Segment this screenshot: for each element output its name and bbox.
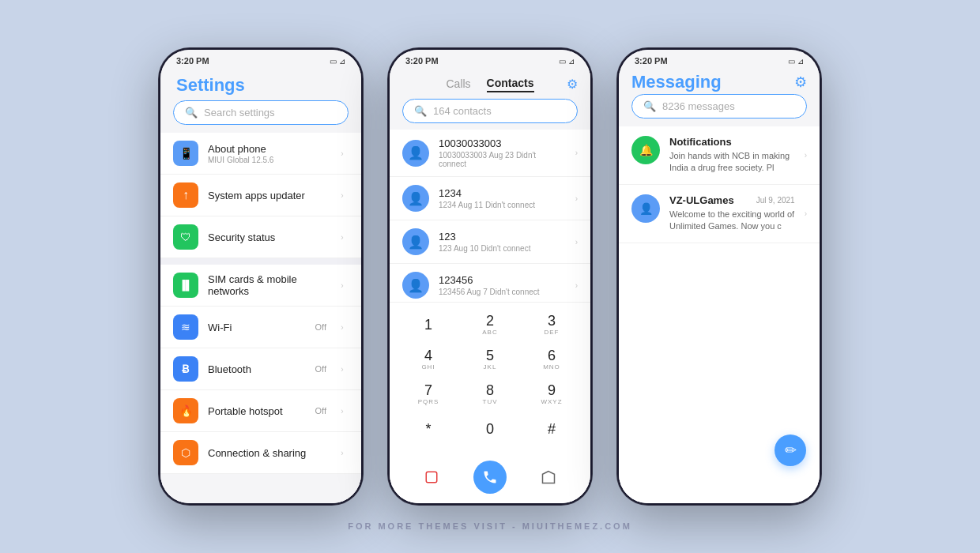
system-icon: ↑: [173, 182, 198, 208]
settings-search-bar[interactable]: 🔍 Search settings: [173, 100, 349, 125]
message-time-2: Jul 9, 2021: [756, 196, 795, 205]
hotspot-icon: 🔥: [173, 398, 198, 423]
key-hash[interactable]: #: [530, 413, 574, 445]
wifi-title: Wi-Fi: [208, 322, 306, 333]
battery-icon: ▭: [330, 57, 337, 66]
message-chevron-1: ›: [805, 151, 807, 160]
status-bar-2: 3:20 PM ▭ ⊿: [390, 50, 590, 69]
key-9[interactable]: 9WXYZ: [530, 378, 574, 410]
svg-marker-1: [542, 472, 554, 483]
contact-info-3: 123 123 Aug 10 Didn't connect: [439, 231, 566, 253]
key-1[interactable]: 1: [407, 309, 450, 340]
dialpad-row-3: 7PQRS 8TUV 9WXYZ: [398, 378, 582, 410]
contact-name-3: 123: [439, 231, 566, 243]
connection-title: Connection & sharing: [208, 447, 326, 459]
security-chevron: ›: [336, 231, 349, 243]
settings-item-system[interactable]: ↑ System apps updater ›: [160, 175, 361, 216]
watermark: FOR MORE THEMES VISIT - MIUITHEMEZ.COM: [0, 521, 980, 531]
message-item-2[interactable]: 👤 VZ-ULGames Jul 9, 2021 Welcome to the …: [619, 185, 820, 243]
bluetooth-value: Off: [315, 364, 326, 374]
nav-back-button[interactable]: [420, 466, 443, 488]
settings-title: Settings: [160, 69, 361, 100]
dialpad-row-2: 4GHI 5JKL 6MNO: [398, 344, 582, 375]
dialpad-row-1: 1 2ABC 3DEF: [398, 309, 582, 340]
sim-title: SIM cards & mobile networks: [208, 273, 326, 297]
key-0[interactable]: 0: [469, 413, 512, 445]
settings-item-connection[interactable]: ⬡ Connection & sharing ›: [160, 432, 361, 474]
settings-item-bluetooth[interactable]: Ƀ Bluetooth Off ›: [160, 348, 361, 390]
svg-rect-0: [427, 472, 438, 483]
system-chevron: ›: [336, 189, 349, 201]
contact-item-2[interactable]: 👤 1234 1234 Aug 11 Didn't connect ›: [390, 177, 590, 220]
about-chevron: ›: [336, 147, 349, 160]
key-7[interactable]: 7PQRS: [407, 378, 450, 410]
message-chevron-2: ›: [805, 209, 807, 218]
sim-chevron: ›: [336, 279, 349, 292]
settings-item-sim[interactable]: ▐▌ SIM cards & mobile networks ›: [160, 265, 361, 307]
message-sender-1: Notifications: [669, 136, 732, 148]
contact-info-4: 123456 123456 Aug 7 Didn't connect: [439, 274, 566, 296]
contact-item-3[interactable]: 👤 123 123 Aug 10 Didn't connect ›: [390, 220, 590, 264]
bluetooth-title: Bluetooth: [208, 363, 306, 375]
bluetooth-chevron: ›: [336, 363, 349, 375]
contact-chevron-1: ›: [575, 149, 578, 157]
messaging-search-bar[interactable]: 🔍 8236 messages: [631, 94, 807, 118]
key-5[interactable]: 5JKL: [469, 344, 512, 375]
contacts-gear-icon[interactable]: ⚙: [567, 77, 578, 92]
message-top-2: VZ-ULGames Jul 9, 2021: [669, 194, 795, 206]
messaging-gear-icon[interactable]: ⚙: [794, 73, 807, 91]
message-content-2: VZ-ULGames Jul 9, 2021 Welcome to the ex…: [669, 194, 795, 233]
security-icon: 🛡: [173, 224, 198, 250]
contact-avatar-3: 👤: [402, 228, 429, 255]
message-preview-1: Join hands with NCB in making India a dr…: [669, 150, 795, 175]
wifi-chevron: ›: [336, 321, 349, 333]
message-preview-2: Welcome to the exciting world of Unlimit…: [669, 209, 795, 233]
messaging-title: Messaging: [631, 72, 722, 92]
contact-info-2: 1234 1234 Aug 11 Didn't connect: [439, 187, 566, 209]
status-bar-3: 3:20 PM ▭ ⊿: [619, 50, 820, 69]
compose-fab-button[interactable]: ✏: [775, 434, 806, 466]
tab-contacts[interactable]: Contacts: [487, 75, 534, 92]
signal-icon: ⊿: [339, 57, 345, 66]
key-8[interactable]: 8TUV: [469, 378, 512, 410]
tabs-bar: Calls Contacts ⚙: [390, 69, 590, 96]
bluetooth-icon: Ƀ: [173, 356, 198, 382]
message-avatar-2: 👤: [631, 194, 660, 223]
settings-item-security[interactable]: 🛡 Security status ›: [160, 216, 361, 258]
contacts-search-icon: 🔍: [414, 105, 427, 117]
hotspot-text: Portable hotspot: [208, 405, 306, 417]
security-title: Security status: [208, 231, 326, 243]
key-6[interactable]: 6MNO: [530, 344, 574, 375]
divider-1: [160, 258, 361, 265]
contact-avatar-4: 👤: [402, 272, 429, 299]
sim-text: SIM cards & mobile networks: [208, 273, 326, 297]
nav-call-button[interactable]: [473, 461, 507, 494]
hotspot-chevron: ›: [336, 404, 349, 417]
search-placeholder: Search settings: [204, 107, 275, 118]
status-bar-1: 3:20 PM ▭ ⊿: [160, 50, 361, 69]
messaging-search-placeholder: 8236 messages: [662, 100, 735, 112]
settings-item-wifi[interactable]: ≋ Wi-Fi Off ›: [160, 307, 361, 348]
nav-home-button[interactable]: [537, 466, 560, 488]
battery-icon-2: ▭: [559, 57, 566, 66]
contact-info-1: 10030033003 10030033003 Aug 23 Didn't co…: [439, 137, 566, 168]
contacts-search-placeholder: 164 contacts: [433, 105, 492, 117]
wifi-text: Wi-Fi: [208, 322, 306, 333]
security-text: Security status: [208, 231, 326, 243]
key-star[interactable]: *: [407, 413, 450, 445]
tab-calls[interactable]: Calls: [446, 76, 470, 92]
contact-chevron-2: ›: [575, 194, 578, 203]
phone-nav-bar: [390, 454, 590, 503]
hotspot-value: Off: [315, 406, 326, 416]
key-3[interactable]: 3DEF: [530, 309, 574, 340]
key-4[interactable]: 4GHI: [407, 344, 450, 375]
contacts-search-bar[interactable]: 🔍 164 contacts: [402, 99, 578, 123]
contact-item-4[interactable]: 👤 123456 123456 Aug 7 Didn't connect ›: [390, 264, 590, 302]
key-2[interactable]: 2ABC: [469, 309, 512, 340]
messaging-header: Messaging ⚙: [619, 69, 820, 94]
settings-item-about[interactable]: 📱 About phone MIUI Global 12.5.6 ›: [160, 133, 361, 175]
settings-item-hotspot[interactable]: 🔥 Portable hotspot Off ›: [160, 390, 361, 432]
contact-item-1[interactable]: 👤 10030033003 10030033003 Aug 23 Didn't …: [390, 130, 590, 177]
contact-avatar-2: 👤: [402, 185, 429, 212]
message-item-1[interactable]: 🔔 Notifications Join hands with NCB in m…: [619, 126, 820, 185]
